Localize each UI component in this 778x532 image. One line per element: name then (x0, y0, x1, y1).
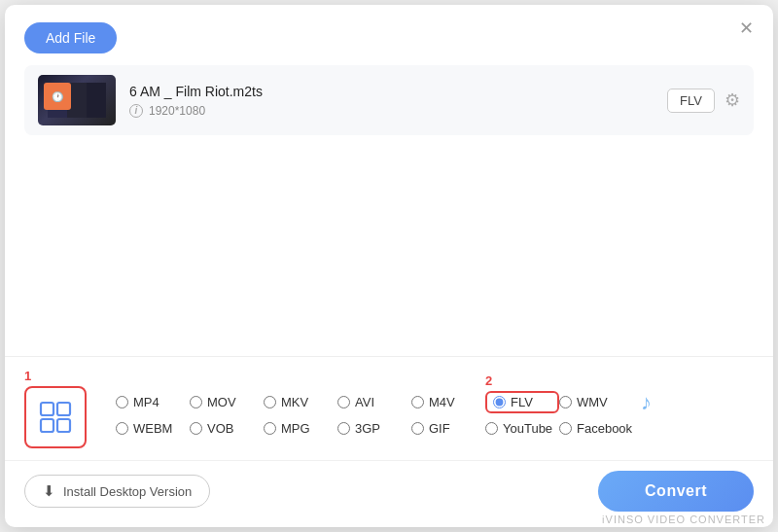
file-list-area: 🕐 🕐 6 AM _ Film Riot.m2ts i 1920*1080 (5, 65, 773, 356)
format-gif[interactable]: GIF (411, 421, 485, 436)
format-mkv[interactable]: MKV (264, 395, 337, 409)
install-desktop-button[interactable]: ⬇ Install Desktop Version (24, 475, 210, 508)
format-flv[interactable]: FLV (493, 395, 533, 409)
main-dialog: ✕ Add File 🕐 🕐 6 AM _ Film Ri (5, 5, 773, 527)
settings-icon[interactable]: ⚙ (725, 89, 740, 111)
format-webm[interactable]: WEBM (116, 421, 190, 436)
format-panel: 1 MP4 MOV MKV (5, 356, 773, 460)
step2-label: 2 (485, 373, 492, 388)
audio-format-icon[interactable]: ♪ (641, 390, 652, 415)
download-icon: ⬇ (43, 482, 55, 500)
format-wmv[interactable]: WMV (559, 395, 633, 409)
format-mov[interactable]: MOV (190, 395, 264, 409)
format-m4v[interactable]: M4V (411, 395, 485, 409)
thumb-overlay: 🕐 (44, 83, 71, 110)
format-mp4[interactable]: MP4 (116, 395, 190, 409)
svg-rect-7 (41, 419, 53, 432)
format-badge[interactable]: FLV (667, 89, 715, 113)
format-mpg[interactable]: MPG (264, 421, 337, 436)
step1-label: 1 (24, 369, 31, 383)
file-item: 🕐 🕐 6 AM _ Film Riot.m2ts i 1920*1080 (24, 65, 754, 135)
format-avi[interactable]: AVI (337, 395, 411, 409)
video-grid-icon (38, 400, 73, 435)
header-area: Add File (5, 5, 773, 65)
svg-rect-8 (57, 419, 70, 432)
convert-button[interactable]: Convert (598, 471, 754, 512)
format-vob[interactable]: VOB (190, 421, 264, 436)
svg-rect-5 (41, 403, 53, 415)
file-actions: FLV ⚙ (667, 89, 740, 113)
format-3gp[interactable]: 3GP (337, 421, 411, 436)
install-label: Install Desktop Version (63, 484, 192, 499)
video-format-icon-box[interactable] (24, 386, 87, 448)
svg-rect-3 (87, 83, 106, 118)
watermark-text: iVINSO VIDEO CONVERTER (602, 514, 765, 525)
file-thumbnail: 🕐 🕐 (38, 75, 116, 125)
info-icon: i (129, 104, 143, 118)
close-button[interactable]: ✕ (734, 17, 758, 40)
file-meta: i 1920*1080 (129, 104, 654, 118)
file-resolution: 1920*1080 (149, 104, 205, 118)
format-facebook[interactable]: Facebook (559, 421, 633, 436)
file-name: 6 AM _ Film Riot.m2ts (129, 84, 654, 99)
format-youtube[interactable]: YouTube (485, 421, 559, 436)
svg-rect-6 (57, 403, 70, 415)
file-info: 6 AM _ Film Riot.m2ts i 1920*1080 (129, 84, 654, 118)
flv-format-box: FLV (485, 391, 559, 413)
add-file-button[interactable]: Add File (24, 22, 117, 53)
